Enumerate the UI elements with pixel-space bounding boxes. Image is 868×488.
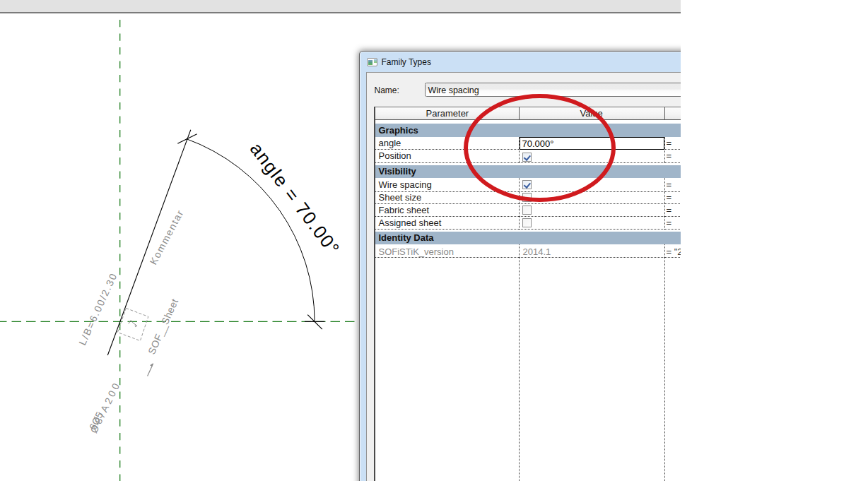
svg-text:L/B=6.00/2.30: L/B=6.00/2.30 xyxy=(76,272,119,347)
svg-text:angle = 70.00°: angle = 70.00° xyxy=(246,138,344,258)
svg-text:Kommentar: Kommentar xyxy=(148,208,186,267)
svg-text:SOF__Sheet: SOF__Sheet xyxy=(146,297,180,356)
